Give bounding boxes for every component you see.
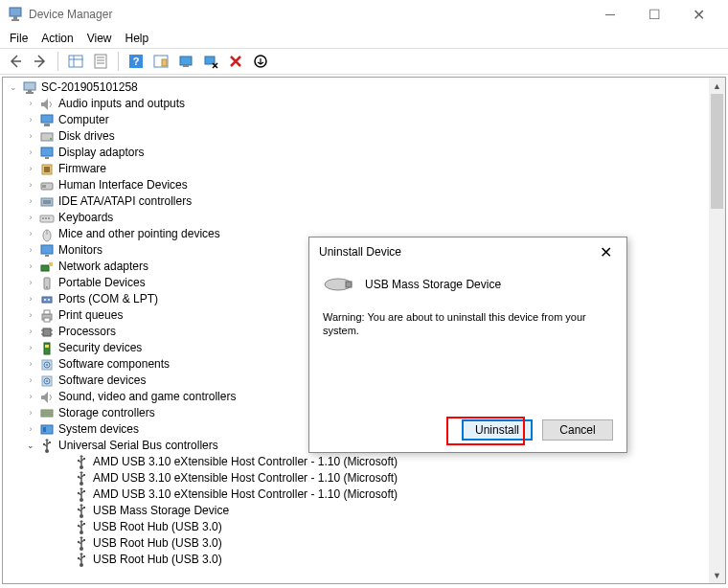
back-button[interactable] (4, 50, 27, 73)
menu-help[interactable]: Help (122, 29, 159, 48)
svg-rect-40 (41, 245, 53, 254)
category-icon (39, 178, 55, 193)
tree-device[interactable]: AMD USB 3.10 eXtensible Host Controller … (3, 454, 725, 470)
expander-icon[interactable]: › (24, 326, 37, 339)
tree-label: Disk drives (58, 128, 115, 145)
menu-action[interactable]: Action (37, 29, 82, 48)
usb-icon (74, 553, 89, 568)
expander-icon[interactable]: › (24, 163, 37, 176)
expander-icon[interactable]: › (24, 130, 37, 144)
tree-label: Firmware (58, 161, 106, 177)
category-icon (39, 341, 55, 356)
svg-point-64 (46, 380, 48, 382)
help-button[interactable]: ? (125, 50, 148, 73)
disable-device-button[interactable] (199, 50, 222, 73)
tree-category[interactable]: ›Audio inputs and outputs (3, 96, 725, 112)
tree-device[interactable]: USB Root Hub (USB 3.0) (3, 519, 725, 535)
tree-label: Software devices (58, 373, 146, 389)
category-icon (39, 227, 55, 242)
expander-icon[interactable]: › (24, 277, 37, 290)
tree-category[interactable]: ›Firmware (3, 161, 725, 177)
menu-file[interactable]: File (6, 29, 37, 48)
scroll-up-icon[interactable]: ▲ (709, 78, 725, 94)
svg-rect-58 (45, 345, 49, 348)
tree-category[interactable]: ›Disk drives (3, 128, 725, 145)
scroll-down-icon[interactable]: ▼ (709, 567, 725, 583)
expander-icon[interactable]: › (24, 195, 37, 209)
cancel-button[interactable]: Cancel (542, 419, 613, 441)
expander-icon[interactable]: › (24, 98, 37, 111)
expander-icon[interactable]: › (24, 212, 37, 225)
expander-icon[interactable]: ⌄ (24, 440, 37, 453)
svg-rect-25 (41, 147, 53, 156)
properties-button[interactable] (89, 50, 112, 73)
expander-icon[interactable]: › (24, 293, 37, 306)
svg-rect-84 (83, 490, 85, 492)
tree-device[interactable]: AMD USB 3.10 eXtensible Host Controller … (3, 486, 725, 503)
expander-icon[interactable]: › (24, 423, 37, 437)
tree-category[interactable]: ›IDE ATA/ATAPI controllers (3, 193, 725, 210)
svg-rect-3 (69, 56, 82, 67)
tree-device[interactable]: USB Mass Storage Device (3, 503, 725, 519)
show-hide-tree-button[interactable] (64, 50, 87, 73)
tree-device[interactable]: USB Root Hub (USB 3.0) (3, 552, 725, 568)
usb-icon (74, 536, 89, 552)
expander-icon[interactable]: › (24, 407, 37, 420)
scroll-thumb[interactable] (711, 94, 723, 209)
svg-rect-36 (45, 217, 47, 219)
tree-label: AMD USB 3.10 eXtensible Host Controller … (93, 454, 398, 470)
tree-label: Storage controllers (58, 405, 155, 421)
scan-hardware-button[interactable] (149, 50, 172, 73)
expander-icon[interactable]: › (24, 391, 37, 404)
minimize-button[interactable]: ─ (588, 0, 632, 29)
app-icon (8, 7, 23, 22)
expander-icon[interactable]: › (24, 114, 37, 127)
expander-icon[interactable]: › (24, 374, 37, 388)
update-driver-button[interactable] (174, 50, 197, 73)
dialog-warning-text: Warning: You are about to uninstall this… (323, 310, 613, 338)
close-button[interactable]: ✕ (676, 0, 720, 29)
expander-icon[interactable]: › (24, 244, 37, 258)
svg-rect-41 (45, 255, 49, 257)
svg-rect-21 (41, 115, 53, 123)
tree-label: Keyboards (58, 210, 113, 226)
tree-category[interactable]: ›Display adaptors (3, 145, 725, 161)
forward-button[interactable] (29, 50, 52, 73)
tree-category[interactable]: ›Keyboards (3, 210, 725, 226)
tree-label: Monitors (58, 242, 102, 259)
dialog-close-button[interactable]: ✕ (594, 243, 617, 261)
svg-rect-96 (83, 539, 85, 541)
tree-root[interactable]: ⌄SC-201905101258 (3, 79, 725, 96)
expander-icon[interactable]: › (24, 260, 37, 274)
expander-icon[interactable]: › (24, 358, 37, 372)
svg-rect-13 (162, 59, 167, 66)
expander-icon[interactable]: › (24, 228, 37, 241)
tree-device[interactable]: AMD USB 3.10 eXtensible Host Controller … (3, 470, 725, 486)
tree-label: Human Interface Devices (58, 177, 188, 193)
tree-category[interactable]: ›Human Interface Devices (3, 177, 725, 193)
usb-icon (74, 455, 89, 470)
svg-rect-80 (83, 474, 85, 476)
scrollbar[interactable]: ▲ ▼ (709, 78, 725, 583)
usb-icon (74, 520, 89, 535)
expander-icon[interactable]: › (24, 179, 37, 192)
tree-device[interactable]: USB Root Hub (USB 3.0) (3, 535, 725, 552)
svg-rect-18 (24, 82, 35, 90)
maximize-button[interactable]: ☐ (632, 0, 676, 29)
expander-icon[interactable]: › (24, 342, 37, 355)
expander-icon[interactable]: › (24, 147, 37, 160)
expander-icon[interactable]: › (24, 309, 37, 323)
svg-rect-28 (44, 167, 50, 172)
tree-label: USB Root Hub (USB 3.0) (93, 535, 222, 552)
tree-label: Audio inputs and outputs (58, 96, 185, 112)
category-icon (39, 406, 55, 421)
menu-view[interactable]: View (83, 29, 122, 48)
add-legacy-button[interactable] (249, 50, 272, 73)
category-icon (39, 211, 55, 226)
usb-device-icon (323, 274, 353, 295)
svg-point-75 (78, 459, 80, 461)
tree-category[interactable]: ›Computer (3, 112, 725, 128)
expander-icon[interactable]: ⌄ (7, 81, 20, 95)
uninstall-device-button[interactable] (224, 50, 247, 73)
category-icon (39, 260, 55, 275)
